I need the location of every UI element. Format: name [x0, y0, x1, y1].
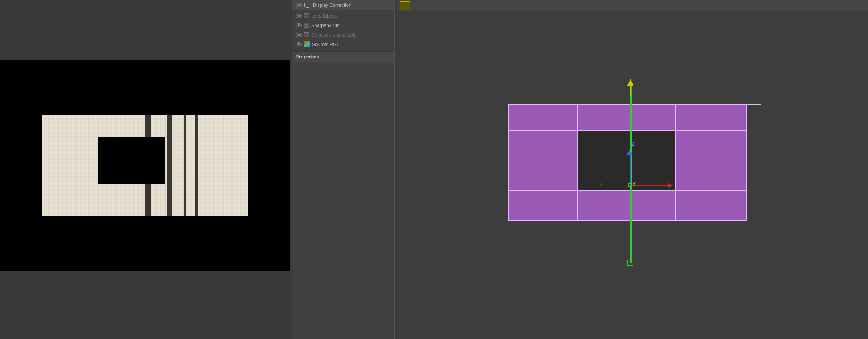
y-axis-label: Y: [633, 181, 636, 187]
denoiser-item[interactable]: Denoiser: unavailable: [292, 30, 394, 40]
stripe-container: [42, 115, 248, 216]
sharpen-blur-checkbox[interactable]: [304, 23, 309, 28]
purple-grid: [508, 104, 761, 229]
lens-effects-item[interactable]: Lens Effects: [292, 11, 394, 21]
y-axis-bottom-box: [627, 260, 633, 266]
stripe-2: [167, 115, 172, 216]
grid-cell-r3c3: [676, 191, 747, 221]
denoiser-checkbox[interactable]: [304, 32, 309, 37]
viewport-3d[interactable]: Z X Y: [397, 11, 868, 339]
grid-cell-r2c3: [676, 131, 747, 191]
lens-effects-label: Lens Effects: [311, 13, 337, 18]
x-axis-line: [631, 185, 669, 186]
properties-header: Properties: [292, 52, 394, 62]
grid-cell-r1c2: [577, 105, 676, 131]
grid-cell-r2c1: [508, 131, 577, 191]
lens-effects-checkbox[interactable]: [304, 13, 309, 18]
y-axis-top-arrow: [627, 79, 634, 86]
display-correction-section: Lens Effects Sharpen/Blur Denoiser: unav…: [292, 10, 394, 50]
stripe-3: [184, 115, 186, 216]
eye-icon-denoiser: [296, 33, 302, 37]
eye-icon-lens: [296, 14, 302, 18]
render-image: [42, 115, 248, 216]
x-axis-arrow: [668, 183, 673, 188]
properties-label: Properties: [296, 54, 319, 59]
grid-cell-r1c1: [508, 105, 577, 131]
display-correction-header: Display Correction: [292, 0, 394, 10]
viewport-header: [397, 0, 868, 11]
sharpen-blur-label: Sharpen/Blur: [311, 23, 339, 28]
stripe-4: [195, 115, 198, 216]
grid-cell-r1c3: [676, 105, 747, 131]
viewport-tab[interactable]: [400, 1, 410, 10]
origin-marker: [628, 183, 632, 187]
source-rgb-item[interactable]: Source: RGB: [292, 40, 394, 49]
eye-icon-sharpen: [296, 23, 302, 27]
middle-panel: Display Correction Lens Effects Sharpen/…: [292, 0, 395, 339]
render-viewport[interactable]: [0, 60, 290, 271]
x-axis-label: X: [600, 182, 603, 188]
sharpen-blur-item[interactable]: Sharpen/Blur: [292, 21, 394, 30]
z-axis-label: Z: [632, 141, 635, 147]
monitor-icon: [304, 3, 310, 7]
properties-content: [292, 62, 394, 339]
render-panel: [0, 0, 290, 339]
display-correction-label: Display Correction: [313, 3, 351, 8]
eye-icon: [296, 3, 302, 7]
right-panel: Z X Y: [397, 0, 868, 339]
black-rectangle: [98, 137, 165, 184]
grid-cell-r2c2-dark: [577, 131, 676, 191]
viewport-scene: Z X Y: [504, 96, 761, 255]
rgb-icon: [304, 41, 310, 47]
eye-icon-source: [296, 42, 302, 46]
denoiser-label: Denoiser: unavailable: [311, 32, 357, 37]
grid-cell-r3c1: [508, 191, 577, 221]
grid-cell-r3c2: [577, 191, 676, 221]
z-axis-arrow: [627, 150, 633, 155]
source-rgb-label: Source: RGB: [312, 42, 340, 47]
z-axis-line: [630, 152, 631, 186]
